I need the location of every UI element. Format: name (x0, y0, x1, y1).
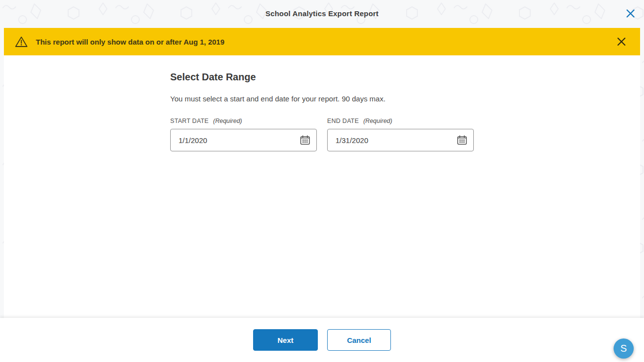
modal-close-button[interactable] (624, 7, 637, 20)
avatar-letter: S (620, 343, 627, 354)
start-date-required-note: (Required) (213, 118, 242, 124)
start-date-input[interactable] (170, 129, 317, 151)
warning-banner-text: This report will only show data on or af… (36, 38, 225, 46)
date-range-instructions: You must select a start and end date for… (170, 95, 640, 103)
modal-header: School Analytics Export Report (0, 0, 644, 27)
end-date-field-group: END DATE (Required) (327, 118, 474, 151)
modal-title: School Analytics Export Report (265, 9, 378, 18)
warning-triangle-icon (15, 36, 28, 48)
calendar-icon (456, 134, 468, 146)
warning-banner: This report will only show data on or af… (4, 28, 640, 55)
page-title: Select Date Range (170, 72, 640, 83)
end-date-input[interactable] (327, 129, 474, 151)
close-icon (617, 37, 626, 46)
start-date-field-group: START DATE (Required) (170, 118, 317, 151)
start-date-label: START DATE (170, 118, 208, 124)
start-date-calendar-button[interactable] (298, 133, 312, 147)
end-date-required-note: (Required) (363, 118, 392, 124)
modal-panel: This report will only show data on or af… (4, 28, 640, 318)
end-date-label: END DATE (327, 118, 359, 124)
next-button[interactable]: Next (253, 329, 318, 351)
banner-dismiss-button[interactable] (616, 36, 627, 48)
support-avatar-button[interactable]: S (614, 338, 634, 359)
date-fields-row: START DATE (Required) (170, 118, 640, 151)
cancel-button[interactable]: Cancel (327, 329, 391, 351)
calendar-icon (299, 134, 311, 146)
modal-content: Select Date Range You must select a star… (4, 55, 640, 151)
end-date-calendar-button[interactable] (455, 133, 469, 147)
modal-footer: Next Cancel (0, 318, 644, 362)
close-icon (626, 9, 635, 18)
